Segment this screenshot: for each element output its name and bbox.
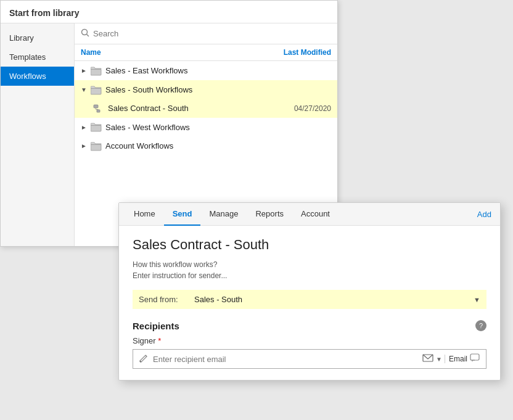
tabs-bar: Home Send Manage Reports Account Add <box>119 203 500 226</box>
description-line1: How this workflow works? <box>133 259 486 270</box>
search-icon <box>81 28 89 39</box>
tab-manage[interactable]: Manage <box>200 203 247 226</box>
folder-icon <box>91 65 102 76</box>
sidebar-item-library[interactable]: Library <box>1 28 74 47</box>
tree-item-sales-west[interactable]: ► Sales - West Workflows <box>75 118 337 137</box>
send-from-select[interactable]: Sales - South ▼ <box>194 295 480 304</box>
svg-rect-3 <box>91 88 101 94</box>
tab-reports[interactable]: Reports <box>247 203 292 226</box>
chevron-down-icon: ▼ <box>81 86 87 93</box>
sidebar: Library Templates Workflows <box>1 23 75 246</box>
svg-rect-2 <box>91 69 101 75</box>
tree-item-label: Sales - South Workflows <box>105 85 192 94</box>
tab-send[interactable]: Send <box>164 203 201 226</box>
tree-item-sales-east[interactable]: ► Sales - East Workflows <box>75 61 337 80</box>
tree-item-date: 04/27/2020 <box>294 104 331 113</box>
search-bar <box>75 23 337 44</box>
email-actions: ▼ Email <box>422 353 480 364</box>
chevron-right-icon: ► <box>81 124 87 131</box>
tree-item-label: Sales Contract - South <box>108 104 189 113</box>
chevron-right-icon: ► <box>81 67 87 74</box>
sidebar-item-templates[interactable]: Templates <box>1 47 74 67</box>
description-line2: Enter instruction for sender... <box>133 270 486 281</box>
tab-add-button[interactable]: Add <box>475 204 494 225</box>
search-input[interactable] <box>93 29 331 38</box>
chat-icon[interactable] <box>470 353 480 364</box>
svg-line-1 <box>87 35 89 37</box>
tree-item-label: Sales - East Workflows <box>105 66 187 75</box>
tree-item-account-workflows[interactable]: ► Account Workflows <box>75 136 337 155</box>
dropdown-arrow-icon: ▼ <box>474 296 480 303</box>
workflow-icon <box>93 104 104 113</box>
detail-panel: Home Send Manage Reports Account Add Sal… <box>118 202 501 381</box>
chevron-right-icon: ► <box>81 142 87 149</box>
folder-icon <box>91 141 102 151</box>
email-input-row: ▼ Email <box>133 349 486 369</box>
svg-rect-5 <box>97 110 100 112</box>
pen-icon <box>139 354 148 364</box>
tree-item-label: Sales - West Workflows <box>105 123 190 132</box>
detail-title: Sales Contract - South <box>133 237 486 253</box>
table-header: Name Last Modified <box>75 44 337 61</box>
col-name: Name <box>81 48 101 57</box>
svg-rect-9 <box>91 144 101 150</box>
tree-item-label: Account Workflows <box>105 141 173 150</box>
signer-label: Signer * <box>133 336 486 345</box>
tab-home[interactable]: Home <box>125 203 164 226</box>
col-modified: Last Modified <box>284 48 331 57</box>
send-from-row: Send from: Sales - South ▼ <box>133 290 486 309</box>
svg-rect-4 <box>94 105 98 108</box>
svg-rect-11 <box>470 354 479 360</box>
svg-rect-8 <box>91 125 101 131</box>
folder-icon <box>91 122 102 133</box>
send-from-label: Send from: <box>139 295 188 304</box>
detail-content: Sales Contract - South How this workflow… <box>119 226 500 380</box>
required-star: * <box>156 336 162 345</box>
email-label[interactable]: Email <box>445 355 467 363</box>
panel-title: Start from library <box>1 1 337 23</box>
email-type-dropdown[interactable]: ▼ <box>436 356 442 363</box>
email-icon[interactable] <box>422 353 433 364</box>
detail-description: How this workflow works? Enter instructi… <box>133 259 486 281</box>
sidebar-item-workflows[interactable]: Workflows <box>1 67 74 86</box>
send-from-value: Sales - South <box>194 295 242 304</box>
help-icon[interactable]: ? <box>475 320 486 331</box>
email-input[interactable] <box>153 355 417 364</box>
folder-icon <box>91 84 102 95</box>
svg-point-0 <box>82 30 88 35</box>
tree-item-sales-south[interactable]: ▼ Sales - South Workflows <box>75 80 337 99</box>
tree-item-sales-contract-south[interactable]: Sales Contract - South 04/27/2020 <box>75 99 337 118</box>
recipients-title: Recipients <box>133 321 179 331</box>
tab-account[interactable]: Account <box>292 203 339 226</box>
recipients-header: Recipients ? <box>133 320 486 331</box>
